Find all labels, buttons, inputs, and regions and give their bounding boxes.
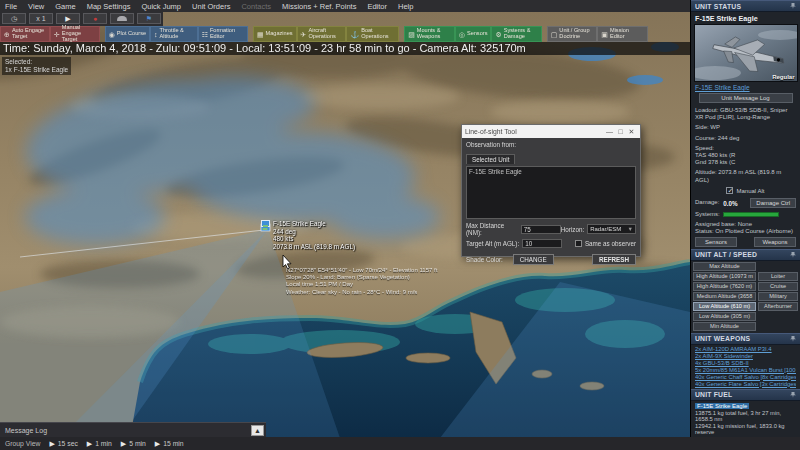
menu-file[interactable]: File	[5, 2, 17, 11]
weapon-link[interactable]: 4x GBU-53/B SDB-II	[695, 360, 796, 367]
auto-engage-target-button[interactable]: ⊕ Auto Engage Target	[0, 26, 50, 42]
pin-icon[interactable]	[790, 336, 796, 342]
systems-damage-button[interactable]: ⚙ Systems & Damage	[491, 26, 541, 42]
clock-icon[interactable]: ◷	[2, 13, 26, 24]
unit-symbol-icon[interactable]	[261, 220, 270, 227]
same-as-observer-checkbox[interactable]	[575, 240, 582, 247]
alt-max-button[interactable]: Max Altitude	[693, 262, 756, 271]
pin-icon[interactable]	[790, 3, 796, 9]
time-compression-label[interactable]: x 1	[29, 13, 53, 24]
horizon-label: Horizon:	[561, 226, 584, 233]
plot-course-label: Plot Course	[117, 31, 146, 37]
observer-list-item[interactable]: F-15E Strike Eagle	[469, 168, 633, 176]
message-log-label: Message Log	[5, 427, 47, 434]
systems-row: Systems:	[691, 211, 800, 218]
alt-min-button[interactable]: Min Altitude	[693, 322, 756, 331]
magazines-button[interactable]: ▦ Magazines	[253, 26, 297, 42]
step-1min-button[interactable]: ▶ 1 min	[87, 440, 112, 448]
sensors-button[interactable]: ◎ Sensors	[455, 26, 492, 42]
fuel-selected-unit[interactable]: F-15E Strike Eagle	[695, 403, 749, 409]
unit-group-doctrine-button[interactable]: ▢ Unit / Group Doctrine	[547, 26, 598, 42]
mounts-weapons-button[interactable]: ▨ Mounts & Weapons	[404, 26, 455, 42]
weapons-panel-button[interactable]: Weapons	[754, 237, 796, 247]
aircraft-operations-button[interactable]: ✈ Aircraft Operations	[297, 26, 347, 42]
menu-map-settings[interactable]: Map Settings	[87, 2, 131, 11]
weapon-link[interactable]: 40x Generic Chaff Salvo [8x Cartridges]	[695, 374, 796, 381]
crosshair-icon: ✛	[54, 31, 60, 38]
menu-missions-ref-points[interactable]: Missions + Ref. Points	[282, 2, 356, 11]
speed-tas: TAS 480 kts (R	[691, 152, 800, 159]
play-button[interactable]: ▶	[56, 13, 80, 24]
play-icon: ▶	[87, 440, 92, 448]
unit-message-log-button[interactable]: Unit Message Log	[699, 93, 793, 103]
throttle-altitude-label: Throttle & Altitude	[160, 28, 194, 40]
alt-high-10973-button[interactable]: High Altitude (10973 m	[693, 272, 756, 281]
same-as-observer-label: Same as observer	[585, 240, 636, 247]
unit-database-link[interactable]: F-15E Strike Eagle	[691, 82, 800, 92]
play-icon: ▶	[155, 440, 160, 448]
step-15sec-button[interactable]: ▶ 15 sec	[49, 440, 77, 448]
refresh-button[interactable]: REFRESH	[592, 254, 636, 265]
menu-quick-jump[interactable]: Quick Jump	[141, 2, 181, 11]
boat-operations-button[interactable]: ⚓ Boat Operations	[346, 26, 399, 42]
pin-icon[interactable]	[790, 392, 796, 398]
menu-help[interactable]: Help	[398, 2, 413, 11]
damage-ctrl-button[interactable]: Damage Ctrl	[750, 198, 796, 208]
alt-high-7620-button[interactable]: High Altitude (7620 m)	[693, 282, 756, 291]
change-color-button[interactable]: CHANGE	[513, 254, 554, 265]
target-alt-input[interactable]	[522, 239, 562, 248]
alt-low-610-button[interactable]: Low Altitude (610 m)	[693, 302, 756, 311]
max-distance-label: Max Distance (NM):	[466, 222, 518, 236]
throttle-altitude-button[interactable]: ↕ Throttle & Altitude	[150, 26, 198, 42]
expand-log-button[interactable]: ▲	[251, 425, 264, 436]
unit-weapons-header[interactable]: UNIT WEAPONS	[691, 333, 800, 345]
course-text: Course: 244 deg	[691, 135, 800, 142]
menu-editor[interactable]: Editor	[367, 2, 387, 11]
group-view-button[interactable]: Group View	[5, 440, 40, 447]
speed-afterburner-button[interactable]: Afterburner	[758, 302, 798, 311]
unit-status-panel: UNIT STATUS F-15E Strike Eagle	[690, 0, 800, 437]
plot-course-button[interactable]: ◉ Plot Course	[105, 26, 150, 42]
maximize-icon[interactable]: □	[615, 128, 626, 135]
recorder-icon[interactable]	[110, 13, 134, 24]
weapon-link[interactable]: 2x AIM-120D AMRAAM P3I.4	[695, 346, 796, 353]
record-button[interactable]: ●	[83, 13, 107, 24]
pin-icon[interactable]	[790, 252, 796, 258]
step-5min-button[interactable]: ▶ 5 min	[121, 440, 146, 448]
unit-datablock[interactable]: F-15E Strike Eagle 244 deg 480 kts 2073.…	[262, 220, 355, 250]
observer-listbox[interactable]: F-15E Strike Eagle	[466, 166, 636, 219]
horizon-select[interactable]: Radar/ESM ▼	[587, 224, 636, 234]
app-window: File View Game Map Settings Quick Jump U…	[0, 0, 800, 450]
step-15min-button[interactable]: ▶ 15 min	[155, 440, 184, 448]
close-icon[interactable]: ✕	[626, 128, 637, 136]
alt-low-305-button[interactable]: Low Altitude (305 m)	[693, 312, 756, 321]
unit-alt-speed-header[interactable]: UNIT ALT / SPEED	[691, 249, 800, 261]
weapon-link[interactable]: 5x 20mm/85 M61A1 Vulcan Burst [100 rnds	[695, 367, 796, 374]
speed-loiter-button[interactable]: Loiter	[758, 272, 798, 281]
fuel-line: 67.4 kg / minute fuel burn rate	[691, 436, 800, 437]
flag-icon[interactable]: ⚑	[137, 13, 161, 24]
tab-selected-unit[interactable]: Selected Unit	[466, 154, 515, 164]
menu-unit-orders[interactable]: Unit Orders	[192, 2, 230, 11]
sensor-icon: ◎	[459, 31, 465, 38]
menu-view[interactable]: View	[28, 2, 44, 11]
menu-game[interactable]: Game	[55, 2, 75, 11]
minimize-icon[interactable]: —	[604, 128, 615, 135]
speed-military-button[interactable]: Military	[758, 292, 798, 301]
manual-alt-checkbox[interactable]	[726, 187, 733, 194]
unit-status-header[interactable]: UNIT STATUS	[691, 0, 800, 12]
weapon-link[interactable]: 40x Generic Flare Salvo [3x Cartridges, …	[695, 381, 796, 388]
speed-cruise-button[interactable]: Cruise	[758, 282, 798, 291]
manual-engage-target-button[interactable]: ✛ Manual Engage Target	[50, 26, 100, 42]
dialog-titlebar[interactable]: Line-of-sight Tool — □ ✕	[462, 125, 640, 138]
crosshair-icon: ⊕	[4, 31, 10, 38]
sensors-panel-button[interactable]: Sensors	[695, 237, 737, 247]
unit-fuel-header[interactable]: UNIT FUEL	[691, 389, 800, 401]
max-distance-input[interactable]	[521, 225, 561, 234]
alt-medium-3658-button[interactable]: Medium Altitude (3658	[693, 292, 756, 301]
unit-status-header-label: UNIT STATUS	[695, 3, 741, 10]
aircraft-operations-label: Aircraft Operations	[308, 28, 342, 40]
weapon-link[interactable]: 2x AIM-9X Sidewinder	[695, 353, 796, 360]
formation-editor-button[interactable]: ☷ Formation Editor	[198, 26, 248, 42]
mission-editor-button[interactable]: ▣ Mission Editor	[597, 26, 648, 42]
